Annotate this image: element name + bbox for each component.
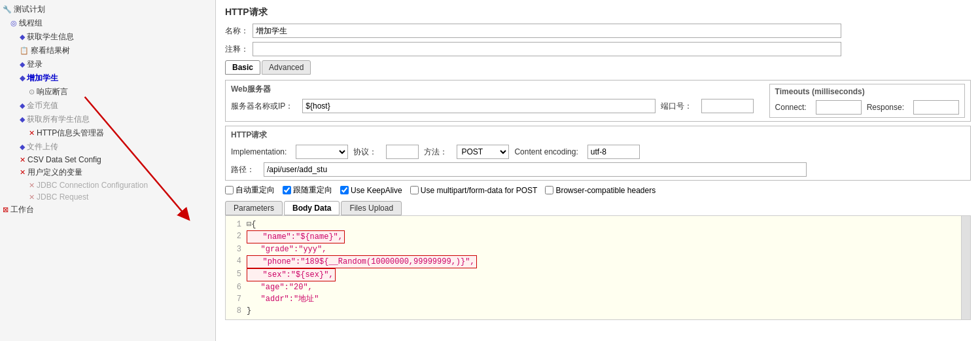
listener-icon: 📋	[20, 46, 29, 55]
sidebar-item-workbench[interactable]: ⊠ 工作台	[0, 203, 215, 217]
keepalive-checkbox[interactable]: Use KeepAlive	[340, 186, 402, 195]
sidebar-item-label: 测试计划	[14, 4, 45, 15]
sampler-icon-6: ◆	[20, 143, 25, 151]
sidebar-item-label: 响应断言	[37, 86, 68, 98]
comment-label: 注释：	[225, 44, 249, 55]
sidebar-item-get-student[interactable]: ◆ 获取学生信息	[0, 30, 215, 44]
sidebar-item-view-tree[interactable]: 📋 察看结果树	[0, 44, 215, 58]
sidebar-item-user-vars[interactable]: ✕ 用户定义的变量	[0, 166, 215, 179]
auto-redirect-checkbox[interactable]: 自动重定向	[225, 185, 275, 196]
assert-icon: ⊙	[29, 88, 35, 96]
page-title: HTTP请求	[225, 7, 971, 18]
impl-label: Implementation:	[231, 147, 287, 156]
config-icon: ✕	[29, 129, 35, 137]
config-icon-2: ✕	[20, 156, 26, 164]
sub-tabs: Parameters Body Data Files Upload	[225, 201, 971, 215]
multipart-checkbox[interactable]: Use multipart/form-data for POST	[410, 186, 538, 195]
tab-advanced[interactable]: Advanced	[262, 60, 311, 75]
connect-label: Connect:	[775, 103, 807, 112]
code-area: 1 ⊟ { 2 "name":"${name}", 3 "grade":"yyy…	[225, 215, 971, 320]
sidebar-item-assert[interactable]: ⊙ 响应断言	[0, 85, 215, 99]
code-line-8: 8 }	[228, 305, 968, 317]
port-input[interactable]	[701, 99, 754, 113]
name-label: 名称：	[225, 26, 249, 37]
name-input[interactable]	[253, 24, 841, 38]
tab-basic[interactable]: Basic	[225, 60, 260, 75]
path-input[interactable]	[264, 162, 807, 177]
sidebar-item-csv-data-set[interactable]: ✕ CSV Data Set Config	[0, 154, 215, 166]
left-panel: 🔧 测试计划 ◎ 线程组 ◆ 获取学生信息 📋 察看结果树 ◆ 登录 ◆ 增加学…	[0, 0, 216, 341]
sidebar-item-jdbc-request[interactable]: ✕ JDBC Request	[0, 191, 215, 203]
sampler-icon: ◆	[20, 33, 25, 41]
code-line-6: 6 "age":"20",	[228, 281, 968, 293]
sub-tab-parameters[interactable]: Parameters	[225, 201, 283, 215]
code-line-1: 1 ⊟ {	[228, 219, 968, 230]
code-line-4: 4 "phone":"189${__Random(10000000,999999…	[228, 255, 968, 268]
sidebar-item-gold-charge[interactable]: ◆ 金币充值	[0, 99, 215, 113]
http-request-section: HTTP请求 Implementation: 协议： 方法： POST GET …	[225, 126, 971, 181]
sidebar-item-label: HTTP信息头管理器	[37, 128, 104, 139]
comment-input[interactable]	[253, 42, 841, 56]
sampler-icon-3: ◆	[20, 74, 25, 82]
encoding-input[interactable]	[587, 145, 640, 159]
config-icon-4: ✕	[29, 181, 35, 190]
response-input[interactable]	[913, 100, 959, 115]
sidebar-item-file-upload[interactable]: ◆ 文件上传	[0, 140, 215, 154]
sidebar-item-label: 线程组	[19, 18, 43, 29]
workbench-icon: ⊠	[3, 206, 9, 214]
plan-icon: 🔧	[3, 5, 12, 14]
code-line-2: 2 "name":"${name}",	[228, 230, 968, 243]
web-server-title: Web服务器	[231, 84, 764, 95]
sidebar-item-label: JDBC Request	[37, 192, 88, 202]
checkboxes-row: 自动重定向 跟随重定向 Use KeepAlive Use multipart/…	[225, 185, 971, 196]
main-tabs: Basic Advanced	[225, 60, 971, 75]
sampler-icon-2: ◆	[20, 60, 25, 69]
connect-input[interactable]	[816, 100, 862, 115]
method-select[interactable]: POST GET PUT DELETE	[457, 145, 509, 159]
protocol-input[interactable]	[386, 145, 419, 159]
code-line-3: 3 "grade":"yyy",	[228, 243, 968, 255]
config-icon-3: ✕	[20, 168, 26, 177]
follow-redirect-checkbox[interactable]: 跟随重定向	[283, 185, 332, 196]
path-label: 路径：	[231, 164, 254, 175]
sidebar-item-label: 增加学生	[27, 73, 58, 84]
sidebar-item-label: 工作台	[10, 204, 34, 215]
sidebar-item-label: JDBC Connection Configuration	[37, 181, 148, 190]
code-line-7: 7 "addr":"地址"	[228, 293, 968, 305]
scrollbar[interactable]	[961, 216, 970, 319]
impl-select[interactable]	[296, 145, 348, 159]
sidebar-item-label: 察看结果树	[31, 45, 70, 56]
sidebar-item-label: 获取所有学生信息	[27, 114, 90, 125]
sidebar-item-label: 用户定义的变量	[27, 167, 82, 178]
sub-tab-files-upload[interactable]: Files Upload	[341, 201, 402, 215]
sidebar-item-jdbc-connection[interactable]: ✕ JDBC Connection Configuration	[0, 179, 215, 191]
sampler-icon-4: ◆	[20, 101, 25, 110]
sidebar-item-login[interactable]: ◆ 登录	[0, 58, 215, 71]
sidebar-item-label: 获取学生信息	[27, 31, 74, 43]
http-options-row: Implementation: 协议： 方法： POST GET PUT DEL…	[231, 145, 965, 159]
sidebar-item-label: 文件上传	[27, 141, 58, 153]
sidebar-item-add-student[interactable]: ◆ 增加学生	[0, 71, 215, 85]
timeouts-row: Connect: Response:	[775, 100, 959, 115]
web-server-main: Web服务器 服务器名称或IP： 端口号：	[231, 84, 764, 118]
name-row: 名称：	[225, 24, 971, 38]
server-row: 服务器名称或IP： 端口号：	[231, 99, 764, 113]
browser-compat-checkbox[interactable]: Browser-compatible headers	[545, 186, 656, 195]
server-label: 服务器名称或IP：	[231, 101, 293, 112]
sidebar-item-test-plan[interactable]: 🔧 测试计划	[0, 3, 215, 16]
thread-icon: ◎	[10, 19, 17, 27]
response-label: Response:	[867, 103, 904, 112]
comment-row: 注释：	[225, 42, 971, 56]
sidebar-item-thread-group[interactable]: ◎ 线程组	[0, 16, 215, 30]
protocol-label: 协议：	[353, 147, 377, 158]
code-line-5: 5 "sex":"${sex}",	[228, 268, 968, 281]
config-icon-5: ✕	[29, 193, 35, 202]
sampler-icon-5: ◆	[20, 115, 25, 124]
sidebar-item-label: 金币充值	[27, 100, 58, 111]
sidebar-item-label: CSV Data Set Config	[27, 155, 101, 164]
sidebar-item-label: 登录	[27, 59, 43, 70]
server-input[interactable]	[302, 99, 656, 113]
sub-tab-body-data[interactable]: Body Data	[284, 201, 340, 215]
sidebar-item-http-header-manager[interactable]: ✕ HTTP信息头管理器	[0, 126, 215, 140]
sidebar-item-get-all-students[interactable]: ◆ 获取所有学生信息	[0, 113, 215, 126]
